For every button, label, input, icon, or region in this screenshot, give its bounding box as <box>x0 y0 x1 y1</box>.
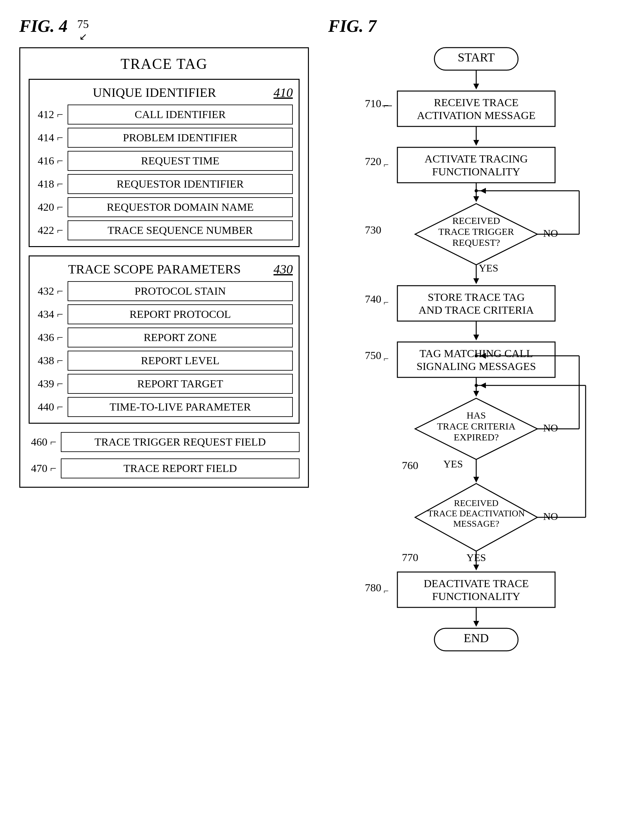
row-440: 440 ⌐ TIME-TO-LIVE PARAMETER <box>35 397 293 417</box>
svg-text:RECEIVED: RECEIVED <box>454 498 498 508</box>
svg-text:750: 750 <box>365 350 381 361</box>
label-414: 414 ⌐ <box>35 132 67 144</box>
box-440: TIME-TO-LIVE PARAMETER <box>67 397 293 417</box>
label-418: 418 ⌐ <box>35 178 67 190</box>
svg-text:EXPIRED?: EXPIRED? <box>454 432 499 442</box>
box-412: CALL IDENTIFIER <box>67 105 293 125</box>
svg-text:SIGNALING MESSAGES: SIGNALING MESSAGES <box>416 360 536 372</box>
scope-params-section: TRACE SCOPE PARAMETERS 430 432 ⌐ PROTOCO… <box>29 256 299 424</box>
box-416: REQUEST TIME <box>67 151 293 171</box>
box-420: REQUESTOR DOMAIN NAME <box>67 197 293 217</box>
svg-marker-57 <box>473 477 479 482</box>
svg-text:⌐: ⌐ <box>384 160 389 169</box>
svg-marker-25 <box>473 196 479 202</box>
svg-text:REQUEST?: REQUEST? <box>453 237 500 248</box>
svg-marker-73 <box>473 621 479 627</box>
row-436: 436 ⌐ REPORT ZONE <box>35 327 293 347</box>
box-434: REPORT PROTOCOL <box>67 304 293 324</box>
svg-text:TRACE CRITERIA: TRACE CRITERIA <box>437 421 515 431</box>
row-434: 434 ⌐ REPORT PROTOCOL <box>35 304 293 324</box>
svg-text:DEACTIVATE TRACE: DEACTIVATE TRACE <box>424 578 529 589</box>
svg-text:HAS: HAS <box>467 410 486 420</box>
row-470: 470 ⌐ TRACE REPORT FIELD <box>29 458 299 478</box>
svg-point-88 <box>475 189 478 192</box>
svg-point-90 <box>475 384 478 387</box>
svg-marker-10 <box>473 84 479 89</box>
arrow-75-icon: ↙ <box>79 31 87 42</box>
label-422: 422 ⌐ <box>35 224 67 236</box>
svg-text:NO: NO <box>543 511 558 522</box>
svg-text:FUNCTIONALITY: FUNCTIONALITY <box>432 166 520 177</box>
box-418: REQUESTOR IDENTIFIER <box>67 174 293 194</box>
row-460: 460 ⌐ TRACE TRIGGER REQUEST FIELD <box>29 432 299 452</box>
svg-marker-79 <box>480 188 486 194</box>
label-416: 416 ⌐ <box>35 155 67 167</box>
svg-text:AND TRACE CRITERIA: AND TRACE CRITERIA <box>419 304 534 316</box>
svg-text:730: 730 <box>365 224 381 236</box>
label-440: 440 ⌐ <box>35 401 67 413</box>
uid-ref-410: 410 <box>274 85 293 100</box>
trace-tag-label: TRACE TAG <box>29 55 299 72</box>
row-422: 422 ⌐ TRACE SEQUENCE NUMBER <box>35 220 293 240</box>
row-416: 416 ⌐ REQUEST TIME <box>35 151 293 171</box>
row-438: 438 ⌐ REPORT LEVEL <box>35 351 293 370</box>
svg-text:710: 710 <box>365 97 381 109</box>
svg-text:⌐: ⌐ <box>384 101 389 110</box>
svg-text:TAG MATCHING CALL: TAG MATCHING CALL <box>419 347 533 359</box>
label-432: 432 ⌐ <box>35 285 67 297</box>
fig7-flowchart-svg: START 710 ⌐ RECEIVE TRACE ACTIVATION MES… <box>328 45 624 833</box>
svg-text:NO: NO <box>543 227 558 239</box>
box-422: TRACE SEQUENCE NUMBER <box>67 220 293 240</box>
box-470: TRACE REPORT FIELD <box>61 458 299 478</box>
svg-marker-41 <box>473 335 479 340</box>
svg-text:⌐: ⌐ <box>384 354 389 364</box>
svg-text:MESSAGE?: MESSAGE? <box>453 519 499 529</box>
label-436: 436 ⌐ <box>35 331 67 343</box>
label-420: 420 ⌐ <box>35 201 67 213</box>
box-438: REPORT LEVEL <box>67 351 293 370</box>
scope-section-title: TRACE SCOPE PARAMETERS <box>35 262 274 277</box>
scope-ref-430: 430 <box>274 262 293 277</box>
label-434: 434 ⌐ <box>35 308 67 321</box>
svg-marker-48 <box>473 391 479 397</box>
fig4-section: FIG. 4 75 ↙ TRACE TAG UNIQUE IDENTIFIER … <box>19 16 309 833</box>
label-438: 438 ⌐ <box>35 355 67 367</box>
svg-text:YES: YES <box>479 262 498 274</box>
box-414: PROBLEM IDENTIFIER <box>67 128 293 148</box>
fig7-section: FIG. 7 START 710 ⌐ RECEIVE TRACE ACTIVAT… <box>328 16 624 833</box>
svg-text:RECEIVED: RECEIVED <box>453 215 500 226</box>
box-439: REPORT TARGET <box>67 374 293 394</box>
row-414: 414 ⌐ PROBLEM IDENTIFIER <box>35 128 293 148</box>
fig7-heading: FIG. 7 <box>328 16 376 36</box>
label-460: 460 ⌐ <box>29 436 61 448</box>
svg-text:740: 740 <box>365 293 381 305</box>
row-418: 418 ⌐ REQUESTOR IDENTIFIER <box>35 174 293 194</box>
svg-text:NO: NO <box>543 422 558 434</box>
svg-text:RECEIVE TRACE: RECEIVE TRACE <box>434 96 519 109</box>
svg-marker-18 <box>473 140 479 146</box>
svg-text:ACTIVATION MESSAGE: ACTIVATION MESSAGE <box>417 109 536 121</box>
svg-point-89 <box>475 354 478 358</box>
svg-text:END: END <box>464 631 489 645</box>
svg-text:780: 780 <box>365 582 381 594</box>
svg-text:TRACE DEACTIVATION: TRACE DEACTIVATION <box>428 508 525 518</box>
label-412: 412 ⌐ <box>35 109 67 121</box>
row-432: 432 ⌐ PROTOCOL STAIN <box>35 281 293 301</box>
svg-text:760: 760 <box>402 459 418 471</box>
svg-marker-34 <box>473 278 479 284</box>
svg-text:TRACE TRIGGER: TRACE TRIGGER <box>438 226 514 237</box>
svg-text:⌐: ⌐ <box>384 297 389 307</box>
row-412: 412 ⌐ CALL IDENTIFIER <box>35 105 293 125</box>
box-432: PROTOCOL STAIN <box>67 281 293 301</box>
svg-text:YES: YES <box>443 458 463 470</box>
fig4-heading: FIG. 4 <box>19 16 67 36</box>
row-420: 420 ⌐ REQUESTOR DOMAIN NAME <box>35 197 293 217</box>
svg-text:START: START <box>458 51 494 64</box>
trace-tag-outer: TRACE TAG UNIQUE IDENTIFIER 410 412 ⌐ CA… <box>19 47 309 488</box>
svg-text:STORE TRACE TAG: STORE TRACE TAG <box>428 291 525 303</box>
main-page: FIG. 4 75 ↙ TRACE TAG UNIQUE IDENTIFIER … <box>0 0 640 840</box>
svg-text:⌐: ⌐ <box>384 586 389 596</box>
box-460: TRACE TRIGGER REQUEST FIELD <box>61 432 299 452</box>
svg-marker-87 <box>480 383 486 388</box>
ref-75: 75 <box>77 18 89 31</box>
